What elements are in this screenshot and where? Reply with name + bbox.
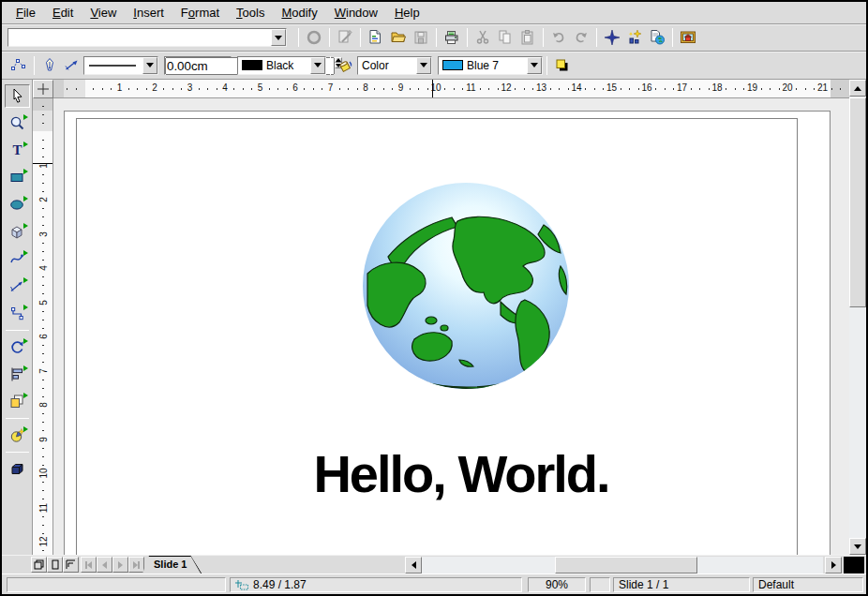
h-ruler-number: 14 bbox=[571, 82, 581, 93]
cursor-position-value: 8.49 / 1.87 bbox=[253, 578, 307, 591]
line-color-combobox[interactable]: Black bbox=[237, 56, 326, 75]
fill-type-value: Color bbox=[362, 59, 389, 72]
gallery-icon[interactable] bbox=[677, 26, 699, 49]
line-style-dropdown-button[interactable] bbox=[142, 57, 157, 74]
tool-rectangle[interactable] bbox=[5, 166, 30, 189]
scroll-left-button[interactable] bbox=[405, 557, 422, 574]
menu-item-file[interactable]: File bbox=[7, 3, 44, 22]
open-icon[interactable] bbox=[387, 26, 410, 49]
status-slide-field[interactable]: Slide 1 / 1 bbox=[613, 577, 750, 592]
tool-lines-arrows[interactable] bbox=[5, 275, 30, 298]
vertical-scroll-thumb[interactable] bbox=[849, 97, 866, 307]
line-dialog-icon[interactable] bbox=[38, 54, 61, 77]
ruler-origin-button[interactable] bbox=[33, 80, 53, 98]
tool-alignment[interactable] bbox=[5, 363, 30, 386]
slide-view-button[interactable] bbox=[31, 557, 47, 573]
status-position-field[interactable]: 8.49 / 1.87 bbox=[230, 577, 522, 592]
menu-item-modify[interactable]: Modify bbox=[273, 3, 325, 22]
tab-slide-1[interactable]: Slide 1 bbox=[142, 556, 202, 574]
v-ruler-number: 6 bbox=[38, 334, 49, 339]
tool-curve[interactable] bbox=[5, 247, 30, 271]
slide-title-text[interactable]: Hello, World. bbox=[86, 443, 836, 504]
globe-image[interactable] bbox=[360, 180, 572, 392]
tool-select[interactable] bbox=[5, 84, 30, 108]
separator bbox=[546, 56, 547, 75]
v-ruler-number: 7 bbox=[38, 368, 49, 374]
autopilot-icon[interactable] bbox=[623, 26, 646, 49]
tool-3d-objects[interactable] bbox=[5, 220, 30, 244]
vertical-ruler[interactable]: 123456789101112 bbox=[33, 98, 53, 555]
edit-file-icon bbox=[334, 26, 356, 49]
work-area: 123456789101112131415161718192021 123456… bbox=[33, 80, 866, 555]
menu-item-format[interactable]: Format bbox=[172, 3, 228, 22]
first-slide-button[interactable] bbox=[81, 557, 97, 573]
menu-item-help[interactable]: Help bbox=[386, 3, 428, 22]
fill-color-combobox[interactable]: Blue 7 bbox=[438, 56, 543, 75]
edit-points-icon[interactable] bbox=[7, 54, 30, 77]
menu-item-insert[interactable]: Insert bbox=[125, 3, 172, 22]
separator bbox=[34, 56, 35, 75]
shadow-icon[interactable] bbox=[551, 54, 574, 77]
h-ruler-number: 8 bbox=[363, 82, 368, 93]
separator bbox=[298, 28, 299, 47]
menu-item-view[interactable]: View bbox=[82, 3, 125, 22]
previous-slide-button[interactable] bbox=[97, 557, 112, 573]
status-info-field bbox=[7, 577, 226, 592]
url-input[interactable] bbox=[12, 29, 267, 46]
scroll-right-button[interactable] bbox=[825, 557, 842, 574]
area-dialog-icon[interactable] bbox=[335, 54, 357, 77]
scroll-up-button[interactable] bbox=[849, 80, 866, 97]
tool-arrange[interactable] bbox=[5, 390, 30, 413]
tool-connector[interactable] bbox=[5, 302, 30, 325]
menu-item-window[interactable]: Window bbox=[326, 3, 386, 22]
horizontal-ruler[interactable]: 123456789101112131415161718192021 bbox=[53, 80, 849, 98]
layer-view-button[interactable] bbox=[63, 557, 79, 573]
arrow-style-icon[interactable] bbox=[61, 54, 83, 77]
h-ruler-number: 17 bbox=[677, 82, 687, 93]
line-color-value: Black bbox=[266, 59, 293, 72]
zoom-value: 90% bbox=[546, 578, 568, 591]
status-zoom-field[interactable]: 90% bbox=[528, 577, 586, 592]
tool-insert[interactable] bbox=[5, 424, 30, 447]
tool-ellipse[interactable] bbox=[5, 193, 30, 216]
tool-text[interactable]: T bbox=[5, 139, 30, 162]
separator bbox=[672, 28, 673, 47]
line-color-dropdown-button[interactable] bbox=[310, 57, 325, 74]
line-width-spinner[interactable] bbox=[164, 56, 232, 75]
horizontal-scroll-thumb[interactable] bbox=[555, 557, 697, 574]
url-dropdown-button[interactable] bbox=[271, 29, 286, 46]
last-slide-button[interactable] bbox=[128, 557, 144, 573]
menu-item-edit[interactable]: Edit bbox=[44, 3, 82, 22]
h-ruler-number: 11 bbox=[466, 82, 475, 93]
scroll-down-button[interactable] bbox=[849, 538, 866, 555]
fill-type-dropdown-button[interactable] bbox=[416, 57, 431, 74]
next-slide-button[interactable] bbox=[112, 557, 128, 573]
fill-type-combobox[interactable]: Color bbox=[357, 56, 432, 75]
tool-3d-effects[interactable] bbox=[5, 457, 30, 481]
fill-color-value: Blue 7 bbox=[467, 59, 499, 72]
stop-icon bbox=[303, 26, 325, 49]
print-icon[interactable] bbox=[441, 26, 463, 49]
tool-zoom[interactable] bbox=[5, 112, 30, 135]
line-color-swatch bbox=[242, 60, 262, 70]
status-modified-field bbox=[590, 577, 610, 592]
fill-color-dropdown-button[interactable] bbox=[527, 57, 542, 74]
h-ruler-number: 3 bbox=[187, 82, 193, 93]
function-toolbar bbox=[2, 24, 866, 52]
hyperlink-icon[interactable] bbox=[646, 26, 668, 49]
status-layout-field[interactable]: Default bbox=[753, 577, 863, 592]
scrollbar-corner bbox=[844, 557, 864, 574]
h-ruler-cursor-indicator bbox=[432, 80, 433, 97]
navigator-icon[interactable] bbox=[601, 26, 623, 49]
master-view-button[interactable] bbox=[47, 557, 63, 573]
v-ruler-number: 5 bbox=[38, 300, 49, 305]
tool-rotate[interactable] bbox=[5, 335, 30, 359]
drawing-canvas[interactable]: Hello, World. bbox=[53, 98, 849, 555]
new-document-icon[interactable] bbox=[365, 26, 387, 49]
line-style-combobox[interactable] bbox=[83, 56, 158, 75]
url-combobox[interactable] bbox=[7, 28, 287, 47]
separator bbox=[6, 418, 29, 419]
h-ruler-number: 7 bbox=[328, 82, 334, 93]
vertical-scrollbar[interactable] bbox=[849, 80, 866, 555]
menu-item-tools[interactable]: Tools bbox=[228, 3, 273, 22]
